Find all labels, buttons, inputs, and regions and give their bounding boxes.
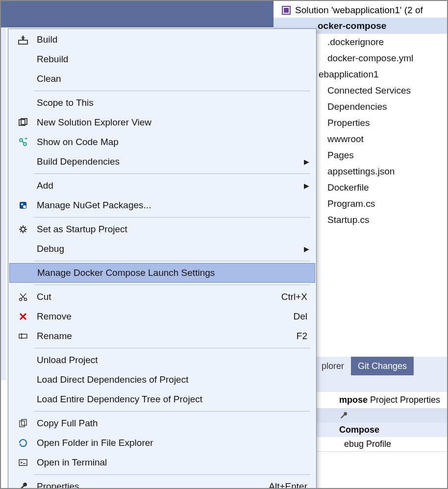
svg-rect-17: [19, 460, 27, 465]
menu-label: Load Entire Dependency Tree of Project: [37, 394, 202, 405]
svg-rect-3: [22, 38, 24, 40]
menu-label: Build Dependencies: [37, 156, 120, 167]
properties-row-debug-profile[interactable]: ebug Profile: [315, 437, 447, 452]
menu-build-dependencies[interactable]: Build Dependencies ▶: [8, 152, 316, 171]
menu-label: Remove: [37, 311, 72, 322]
tab-git-changes[interactable]: Git Changes: [351, 357, 414, 375]
svg-point-9: [21, 203, 23, 205]
menu-label: Scope to This: [37, 98, 94, 108]
menu-separator: [34, 217, 310, 218]
menu-open-folder[interactable]: Open Folder in File Explorer: [8, 433, 316, 453]
properties-toolbar: [315, 408, 447, 423]
menu-remove[interactable]: Remove Del: [8, 307, 316, 326]
svg-point-12: [20, 298, 22, 301]
menu-separator: [34, 91, 310, 91]
menu-open-in-terminal[interactable]: Open in Terminal: [8, 453, 316, 472]
submenu-arrow-icon: ▶: [304, 182, 309, 190]
wrench-icon: [339, 411, 348, 420]
svg-rect-14: [19, 334, 27, 338]
nuget-icon: [16, 198, 30, 212]
svg-point-11: [21, 227, 25, 231]
menu-separator: [34, 173, 310, 174]
menu-label: Show on Code Map: [37, 137, 119, 147]
menu-label: Add: [37, 180, 53, 191]
menu-separator: [34, 348, 310, 348]
context-menu: Build Rebuild Clean Scope to This New So…: [8, 28, 317, 489]
svg-point-13: [25, 298, 27, 301]
menu-add[interactable]: Add ▶: [8, 176, 316, 196]
submenu-arrow-icon: ▶: [304, 245, 309, 253]
menu-label: Build: [37, 34, 57, 45]
open-folder-icon: [16, 436, 30, 450]
left-strip: [1, 27, 6, 380]
menu-load-direct-dependencies[interactable]: Load Direct Dependencies of Project: [8, 370, 316, 390]
gear-icon: [16, 222, 30, 236]
menu-debug[interactable]: Debug ▶: [8, 239, 316, 259]
menu-label: Manage Docker Compose Launch Settings: [37, 268, 215, 278]
menu-separator: [34, 411, 310, 412]
menu-separator: [34, 285, 310, 285]
menu-label: Unload Project: [37, 355, 98, 366]
properties-section-compose[interactable]: Compose: [315, 423, 447, 437]
panel-tabs: plorer Git Changes: [315, 357, 447, 375]
menu-show-on-code-map[interactable]: Show on Code Map: [8, 132, 316, 152]
submenu-arrow-icon: ▶: [304, 158, 309, 166]
menu-shortcut: F2: [297, 331, 307, 342]
menu-label: Load Direct Dependencies of Project: [37, 374, 188, 385]
wrench-icon: [16, 480, 30, 489]
menu-manage-docker-compose-launch-settings[interactable]: Manage Docker Compose Launch Settings: [9, 263, 315, 283]
menu-shortcut: Del: [293, 311, 307, 322]
menu-clean[interactable]: Clean: [8, 69, 316, 89]
scissors-icon: [16, 290, 30, 304]
solution-icon: [281, 5, 291, 15]
copy-icon: [16, 416, 30, 430]
menu-label: Cut: [37, 292, 51, 302]
menu-rebuild[interactable]: Rebuild: [8, 49, 316, 69]
menu-label: Copy Full Path: [37, 418, 98, 429]
solution-header[interactable]: Solution 'webapplication1' (2 of: [274, 3, 447, 18]
menu-unload-project[interactable]: Unload Project: [8, 350, 316, 370]
menu-rename[interactable]: Rename F2: [8, 326, 316, 346]
menu-shortcut: Ctrl+X: [281, 292, 307, 302]
svg-rect-16: [22, 419, 26, 425]
menu-copy-full-path[interactable]: Copy Full Path: [8, 414, 316, 433]
terminal-icon: [16, 456, 30, 469]
menu-new-solution-explorer-view[interactable]: New Solution Explorer View: [8, 113, 316, 132]
svg-point-10: [23, 205, 26, 208]
menu-label: Rebuild: [37, 54, 68, 65]
tab-solution-explorer[interactable]: plorer: [315, 357, 351, 375]
delete-icon: [16, 310, 30, 323]
menu-label: Open Folder in File Explorer: [37, 438, 153, 448]
menu-separator: [34, 474, 310, 475]
menu-label: Clean: [37, 73, 61, 84]
menu-label: New Solution Explorer View: [37, 117, 151, 128]
menu-manage-nuget[interactable]: Manage NuGet Packages...: [8, 196, 316, 215]
menu-label: Set as Startup Project: [37, 224, 127, 235]
menu-build[interactable]: Build: [8, 30, 316, 49]
svg-rect-2: [19, 40, 27, 44]
menu-load-entire-dependency-tree[interactable]: Load Entire Dependency Tree of Project: [8, 390, 316, 409]
menu-shortcut: Alt+Enter: [269, 481, 307, 489]
build-icon: [16, 33, 30, 47]
properties-panel: mpose Project Properties Compose ebug Pr…: [315, 375, 447, 452]
menu-cut[interactable]: Cut Ctrl+X: [8, 287, 316, 307]
menu-label: Rename: [37, 331, 72, 342]
menu-separator: [34, 261, 310, 261]
window-icon: [16, 116, 30, 129]
menu-label: Open in Terminal: [37, 457, 107, 468]
solution-title: Solution 'webapplication1' (2 of: [295, 5, 423, 16]
menu-label: Properties: [37, 481, 79, 489]
properties-title: mpose Project Properties: [315, 392, 447, 408]
menu-scope-to-this[interactable]: Scope to This: [8, 93, 316, 113]
rename-icon: [16, 329, 30, 343]
code-map-icon: [16, 135, 30, 149]
svg-rect-15: [20, 421, 25, 427]
menu-label: Manage NuGet Packages...: [37, 200, 151, 211]
menu-properties[interactable]: Properties Alt+Enter: [8, 477, 316, 489]
menu-label: Debug: [37, 244, 64, 254]
menu-set-startup-project[interactable]: Set as Startup Project: [8, 220, 316, 239]
svg-rect-1: [284, 8, 289, 13]
